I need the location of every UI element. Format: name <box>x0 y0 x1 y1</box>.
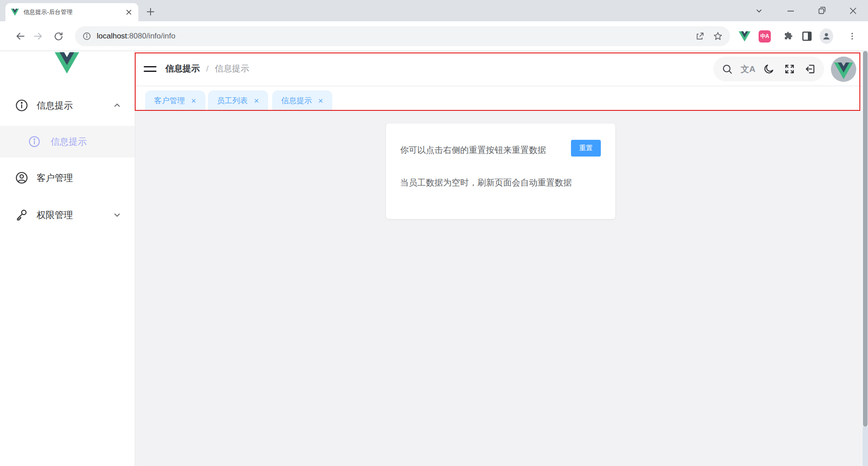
breadcrumb-current: 信息提示 <box>215 63 249 75</box>
forward-button-disabled <box>30 28 46 44</box>
content-area: 你可以点击右侧的重置按钮来重置数据 重置 当员工数据为空时，刷新页面会自动重置数… <box>135 111 863 466</box>
breadcrumb-parent[interactable]: 信息提示 <box>165 63 200 75</box>
minimize-button[interactable] <box>777 0 805 21</box>
key-icon <box>15 208 28 222</box>
breadcrumb: 信息提示 / 信息提示 <box>165 51 249 86</box>
card-line2: 当员工数据为空时，刷新页面会自动重置数据 <box>400 177 572 189</box>
close-window-button[interactable] <box>839 0 867 21</box>
tag-label: 员工列表 <box>217 95 248 106</box>
user-avatar[interactable] <box>831 57 856 82</box>
page-scrollbar[interactable] <box>863 51 868 466</box>
vue-avatar-logo <box>834 62 853 79</box>
reset-button[interactable]: 重置 <box>571 140 601 157</box>
chevron-down-icon <box>113 210 122 219</box>
sidebar-menu: 信息提示 信息提示 客户管理 权限管理 <box>0 90 135 230</box>
reload-button[interactable] <box>50 28 66 44</box>
translate-icon[interactable]: 文A <box>742 63 754 75</box>
scrollbar-thumb[interactable] <box>863 51 868 427</box>
sidebar-item-label: 信息提示 <box>37 100 73 112</box>
browser-tab[interactable]: 信息提示-后台管理 <box>5 3 138 21</box>
restore-button[interactable] <box>808 0 836 21</box>
info-icon <box>28 135 41 148</box>
tag-info[interactable]: 信息提示 × <box>272 90 332 111</box>
tag-close-icon[interactable]: × <box>318 97 323 105</box>
sidebar-vue-logo <box>55 52 79 74</box>
sidebar-item-info-child-active[interactable]: 信息提示 <box>0 126 135 157</box>
collapse-sidebar-icon[interactable] <box>144 63 156 74</box>
tags-bar: 客户管理 × 员工列表 × 信息提示 × <box>135 86 863 111</box>
navbar: 信息提示 / 信息提示 文A <box>135 51 863 86</box>
site-info-icon[interactable] <box>82 32 91 41</box>
info-card: 你可以点击右侧的重置按钮来重置数据 重置 当员工数据为空时，刷新页面会自动重置数… <box>386 124 615 219</box>
vue-favicon-icon <box>11 8 19 16</box>
info-icon <box>15 99 28 112</box>
vue-devtools-extension-icon[interactable] <box>738 29 751 43</box>
sidebar-item-info-parent[interactable]: 信息提示 <box>0 90 135 120</box>
search-icon[interactable] <box>722 63 733 75</box>
back-button[interactable] <box>12 28 28 44</box>
customer-icon <box>15 171 28 185</box>
browser-titlebar: 信息提示-后台管理 <box>0 0 868 21</box>
fullscreen-icon[interactable] <box>783 63 795 75</box>
side-panel-icon[interactable] <box>800 29 814 43</box>
breadcrumb-separator: / <box>206 64 208 74</box>
sidebar-item-customers[interactable]: 客户管理 <box>0 163 135 193</box>
chevron-up-icon <box>113 101 122 110</box>
sidebar: 信息提示 信息提示 客户管理 权限管理 <box>0 51 135 466</box>
tag-label: 客户管理 <box>154 95 185 106</box>
extensions-puzzle-icon[interactable] <box>781 29 795 43</box>
browser-menu-dots-icon[interactable] <box>845 29 859 43</box>
logout-icon[interactable] <box>804 63 816 75</box>
translate-extension-icon[interactable]: 中A <box>758 29 771 43</box>
sidebar-item-permissions[interactable]: 权限管理 <box>0 200 135 230</box>
new-tab-button[interactable] <box>144 5 157 19</box>
tag-customers[interactable]: 客户管理 × <box>145 90 205 111</box>
navbar-actions: 文A <box>713 57 824 81</box>
share-icon[interactable] <box>695 31 705 41</box>
profile-person-icon <box>821 31 831 41</box>
address-bar[interactable]: localhost:8080/info/info <box>75 26 730 46</box>
tag-close-icon[interactable]: × <box>254 97 259 105</box>
sidebar-item-label: 信息提示 <box>51 136 87 148</box>
tab-search-chevron-icon[interactable] <box>745 0 773 21</box>
dark-mode-moon-icon[interactable] <box>763 63 774 75</box>
browser-toolbar: localhost:8080/info/info 中A <box>0 21 868 51</box>
app-viewport: 信息提示 信息提示 客户管理 权限管理 <box>0 51 868 466</box>
sidebar-item-label: 客户管理 <box>37 172 73 184</box>
tag-label: 信息提示 <box>281 95 312 106</box>
tab-close-icon[interactable] <box>125 8 133 16</box>
tag-close-icon[interactable]: × <box>191 97 196 105</box>
profile-button[interactable] <box>820 29 833 43</box>
scrollbar-track <box>863 427 868 466</box>
tag-employees[interactable]: 员工列表 × <box>208 90 268 111</box>
sidebar-item-label: 权限管理 <box>37 209 73 221</box>
card-line1: 你可以点击右侧的重置按钮来重置数据 <box>400 142 546 158</box>
main-area: 信息提示 / 信息提示 文A <box>135 51 863 466</box>
bookmark-star-icon[interactable] <box>713 31 723 41</box>
tab-title: 信息提示-后台管理 <box>24 8 125 16</box>
url-text[interactable]: localhost:8080/info/info <box>97 32 687 41</box>
